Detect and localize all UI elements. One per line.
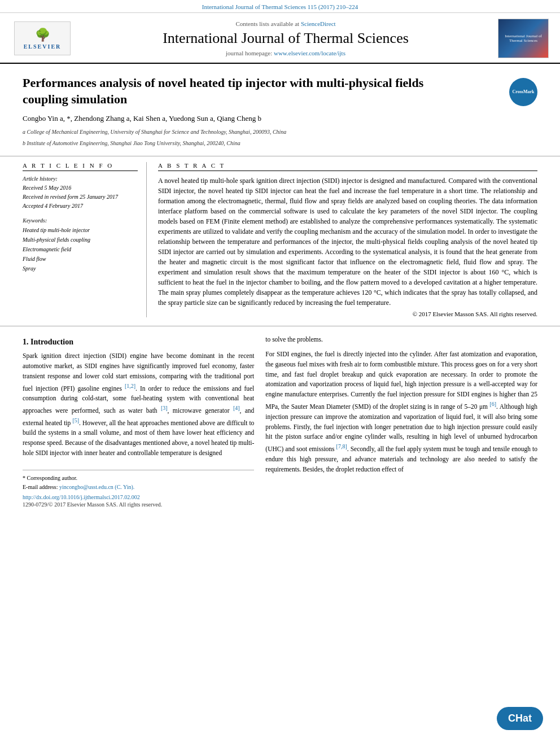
right-logo-text: International Journal of Thermal Science… <box>501 34 546 43</box>
homepage-label: journal homepage: <box>226 50 272 56</box>
intro-left-text: Spark ignition direct injection (SIDI) e… <box>23 351 254 458</box>
main-two-col: 1. Introduction Spark ignition direct in… <box>23 335 537 508</box>
affiliation-b: b Institute of Automotive Engineering, S… <box>23 139 537 147</box>
doi-line[interactable]: http://dx.doi.org/10.1016/j.ijthermalsci… <box>23 494 254 500</box>
accepted-date: Accepted 4 February 2017 <box>23 202 138 211</box>
main-content: 1. Introduction Spark ignition direct in… <box>0 326 560 516</box>
citation-text: International Journal of Thermal Science… <box>202 3 358 10</box>
revised-date: Received in revised form 25 January 2017 <box>23 193 138 202</box>
section1-number: 1. <box>23 338 29 346</box>
keyword-2: Multi-physical fields coupling <box>23 235 138 244</box>
article-history-entries: Received 5 May 2016 Received in revised … <box>23 184 138 211</box>
corresponding-note: * Corresponding author. <box>23 474 254 483</box>
section1-heading: Introduction <box>30 338 73 346</box>
issn-line: 1290-0729/© 2017 Elsevier Masson SAS. Al… <box>23 501 254 508</box>
ref-7-8[interactable]: [7,8] <box>336 443 347 449</box>
keyword-1: Heated tip multi-hole injector <box>23 225 138 235</box>
received-date: Received 5 May 2016 <box>23 184 138 193</box>
intro-right-text-2: For SIDI engines, the fuel is directly i… <box>265 350 537 474</box>
ref-5[interactable]: [5] <box>72 417 79 423</box>
elsevier-name-text: ELSEVIER <box>24 43 62 50</box>
ref-3[interactable]: [3] <box>161 405 168 411</box>
email-note: E-mail address: yincongbo@usst.edu.cn (C… <box>23 483 254 492</box>
article-history-label: Article history: <box>23 176 138 182</box>
affiliation-a-text: a College of Mechanical Engineering, Uni… <box>23 129 286 135</box>
keyword-5: Spray <box>23 264 138 273</box>
journal-center: Contents lists available at ScienceDirec… <box>73 20 498 56</box>
elsevier-logo-block: 🌳 ELSEVIER <box>11 21 73 55</box>
journal-homepage: journal homepage: www.elsevier.com/locat… <box>79 50 492 56</box>
elsevier-tree-icon: 🌳 <box>35 28 50 42</box>
section1-title: 1. Introduction <box>23 338 254 347</box>
keyword-3: Electromagnetic field <box>23 244 138 254</box>
contents-line: Contents lists available at ScienceDirec… <box>79 20 492 27</box>
keyword-4: Fluid flow <box>23 254 138 264</box>
authors-text: Congbo Yin a, *, Zhendong Zhang a, Kai S… <box>23 114 261 123</box>
crossmark-label: CrossMark <box>513 89 535 95</box>
elsevier-logo: 🌳 ELSEVIER <box>14 21 71 55</box>
keywords-list: Heated tip multi-hole injector Multi-phy… <box>23 225 138 273</box>
ref-1-2[interactable]: [1,2] <box>125 383 135 389</box>
ref-4[interactable]: [4] <box>233 405 240 411</box>
intro-right-text: to solve the problems. <box>265 335 537 345</box>
journal-header: 🌳 ELSEVIER Contents lists available at S… <box>0 13 560 64</box>
paper-title-section: Performances analysis of novel heated ti… <box>0 64 560 156</box>
crossmark-badge[interactable]: CrossMark <box>509 78 537 106</box>
main-col-left: 1. Introduction Spark ignition direct in… <box>23 335 254 508</box>
keywords-label: Keywords: <box>23 217 138 224</box>
top-citation-bar: International Journal of Thermal Science… <box>0 0 560 13</box>
contents-label: Contents lists available at <box>235 20 299 27</box>
journal-right-logo: International Journal of Thermal Science… <box>498 19 549 58</box>
homepage-link[interactable]: www.elsevier.com/locate/ijts <box>274 50 345 56</box>
chat-badge-label: CHat <box>508 713 532 724</box>
ref-6[interactable]: [6] <box>489 401 496 407</box>
email-link[interactable]: yincongbo@usst.edu.cn (C. Yin). <box>59 484 134 490</box>
article-info-heading: A R T I C L E I N F O <box>23 162 138 171</box>
authors-line: Congbo Yin a, *, Zhendong Zhang a, Kai S… <box>23 114 537 123</box>
abstract-heading: A B S T R A C T <box>158 162 537 171</box>
journal-title: International Journal of Thermal Science… <box>79 30 492 47</box>
main-col-right: to solve the problems. For SIDI engines,… <box>265 335 537 508</box>
article-info-abstract: A R T I C L E I N F O Article history: R… <box>0 156 560 326</box>
chat-badge[interactable]: CHat <box>497 707 543 730</box>
abstract-text: A novel heated tip multi-hole spark igni… <box>158 176 537 308</box>
abstract-panel: A B S T R A C T A novel heated tip multi… <box>158 162 537 317</box>
paper-title: Performances analysis of novel heated ti… <box>23 75 446 107</box>
article-info-panel: A R T I C L E I N F O Article history: R… <box>23 162 147 317</box>
affiliation-a: a College of Mechanical Engineering, Uni… <box>23 128 537 136</box>
sciencedirect-link[interactable]: ScienceDirect <box>301 20 336 27</box>
copyright-line: © 2017 Elsevier Masson SAS. All rights r… <box>158 311 537 317</box>
affiliation-b-text: b Institute of Automotive Engineering, S… <box>23 140 240 146</box>
footnote-area: * Corresponding author. E-mail address: … <box>23 470 254 508</box>
